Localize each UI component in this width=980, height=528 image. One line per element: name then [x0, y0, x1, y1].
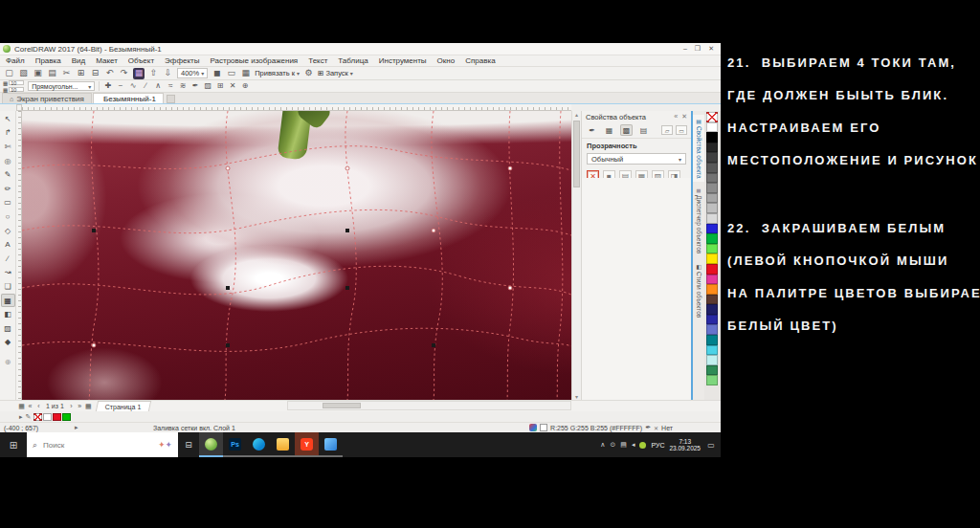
palette-swatch[interactable]: [706, 233, 718, 244]
transparency-tool[interactable]: ▨: [1, 321, 15, 336]
pb-delete-node-button[interactable]: −: [116, 81, 125, 92]
shadow-tool[interactable]: ❏: [1, 279, 15, 294]
taskbar-edge[interactable]: [247, 432, 271, 457]
menu-item[interactable]: Эффекты: [165, 56, 199, 65]
cortana-icon[interactable]: ✦✦: [158, 440, 172, 450]
dimension-tool[interactable]: ∕: [1, 252, 15, 266]
flyout-arrow-icon[interactable]: ▸: [19, 413, 23, 421]
pb-smooth-node-button[interactable]: ≈: [166, 81, 175, 92]
taskbar-search[interactable]: ⌕ ✦✦: [27, 432, 178, 457]
palette-swatch[interactable]: [706, 253, 718, 264]
palette-swatch[interactable]: [706, 163, 718, 173]
open-button[interactable]: ▧: [18, 68, 29, 79]
docker-tab-outline-icon[interactable]: ✒: [586, 124, 598, 136]
taskbar-coreldraw[interactable]: [199, 432, 223, 457]
interactive-fill-tool[interactable]: ◧: [1, 307, 15, 321]
palette-swatch[interactable]: [706, 122, 718, 133]
scroll-down-arrow[interactable]: ▾: [572, 393, 581, 400]
import-button[interactable]: ▦: [133, 68, 145, 79]
publish-pdf-button[interactable]: ⇩: [163, 68, 173, 79]
more-tools-button[interactable]: ⊕: [1, 355, 15, 369]
tab-welcome[interactable]: ⌂ Экран приветствия: [2, 93, 92, 103]
launch-dropdown[interactable]: ⊞ Запуск ▾: [318, 69, 353, 77]
pb-symmetric-node-button[interactable]: ≋: [178, 81, 188, 92]
undo-button[interactable]: ↶: [104, 68, 115, 79]
polygon-tool[interactable]: ◇: [1, 224, 15, 238]
paste-button[interactable]: ⊟: [90, 68, 100, 79]
tray-icon[interactable]: ◂: [632, 441, 635, 449]
menu-item[interactable]: Правка: [35, 56, 61, 65]
start-button[interactable]: ⊞: [0, 432, 27, 457]
menu-item[interactable]: Окно: [437, 56, 456, 65]
page-nav-button[interactable]: »: [76, 402, 84, 411]
side-tab-object-manager[interactable]: ≣ Диспетчер объектов: [693, 186, 704, 256]
antivirus-tray-icon[interactable]: [639, 442, 646, 449]
taskbar-explorer[interactable]: [271, 432, 295, 457]
mesh-fill-tool[interactable]: ▦: [1, 294, 15, 308]
palette-swatch[interactable]: [706, 183, 718, 193]
pb-to-curve-button[interactable]: ∿: [128, 81, 138, 92]
document-palette-swatch[interactable]: [33, 413, 42, 421]
palette-swatch[interactable]: [706, 132, 718, 143]
rectangle-tool[interactable]: ▭: [1, 196, 15, 210]
palette-swatch[interactable]: [706, 295, 718, 305]
merge-mode-dropdown[interactable]: Обычный ▾: [587, 153, 686, 165]
page-nav-button[interactable]: ▦: [17, 402, 26, 411]
page-nav-button[interactable]: ‹: [34, 402, 43, 411]
pb-to-line-button[interactable]: ∕: [141, 81, 150, 92]
palette-swatch[interactable]: [706, 224, 718, 234]
menu-item[interactable]: Текст: [308, 56, 327, 65]
menu-item[interactable]: Таблица: [338, 56, 368, 65]
palette-swatch[interactable]: [706, 112, 718, 122]
palette-swatch[interactable]: [706, 193, 718, 204]
palette-swatch[interactable]: [706, 213, 718, 224]
document-palette-swatch[interactable]: [43, 413, 52, 421]
new-tab-button[interactable]: [167, 95, 175, 103]
horizontal-scroll-thumb[interactable]: [323, 403, 361, 408]
new-document-button[interactable]: ▢: [4, 68, 14, 79]
zoom-tool[interactable]: ◎: [1, 154, 15, 168]
menu-item[interactable]: Файл: [6, 56, 25, 65]
palette-swatch[interactable]: [706, 244, 718, 254]
redo-button[interactable]: ↷: [119, 68, 129, 79]
pick-tool[interactable]: ↖: [1, 112, 15, 126]
artistic-media-tool[interactable]: ✏: [1, 182, 15, 196]
tab-document-1[interactable]: Безымянный-1: [93, 93, 164, 103]
vertical-scrollbar[interactable]: ▴ ▾: [571, 111, 581, 400]
scroll-up-arrow[interactable]: ▴: [572, 111, 581, 118]
document-palette-swatch[interactable]: [53, 413, 61, 421]
clock[interactable]: 7:13 23.09.2025: [669, 438, 701, 452]
palette-swatch[interactable]: [706, 264, 718, 275]
save-button[interactable]: ▣: [33, 68, 43, 79]
pb-transparency-button[interactable]: ▨: [203, 81, 212, 92]
menu-item[interactable]: Объект: [128, 56, 154, 65]
page-nav-button[interactable]: ▦: [84, 402, 93, 411]
docker-scroll-mode-button[interactable]: ▱: [661, 125, 673, 135]
palette-swatch[interactable]: [706, 315, 718, 325]
ellipse-tool[interactable]: ○: [1, 209, 15, 224]
cut-button[interactable]: ✂: [61, 68, 72, 79]
docker-close-button[interactable]: ✕: [681, 113, 687, 121]
palette-swatch[interactable]: [706, 284, 718, 295]
tray-icon[interactable]: ▤: [620, 441, 627, 449]
docker-tab-transparency-icon[interactable]: ▩: [620, 124, 633, 136]
palette-swatch[interactable]: [706, 375, 718, 385]
page-nav-button[interactable]: ›: [67, 402, 76, 411]
docker-tab-effects-icon[interactable]: ▤: [637, 124, 650, 136]
docker-tab-fill-icon[interactable]: ▦: [603, 124, 615, 136]
palette-swatch[interactable]: [706, 143, 718, 153]
palette-swatch[interactable]: [706, 275, 718, 285]
horizontal-scrollbar[interactable]: [287, 401, 571, 410]
options-button[interactable]: ⚙: [303, 68, 314, 79]
palette-swatch[interactable]: [706, 355, 718, 365]
close-button[interactable]: ✕: [708, 45, 714, 53]
restore-button[interactable]: ❒: [695, 45, 701, 53]
palette-swatch[interactable]: [706, 345, 718, 356]
language-indicator[interactable]: РУС: [651, 442, 664, 449]
smart-fill-tool[interactable]: ◆: [1, 336, 15, 350]
menu-item[interactable]: Справка: [465, 56, 495, 65]
show-grid-button[interactable]: ▦: [240, 68, 251, 79]
mesh-rows-field[interactable]: ▦10: [3, 87, 24, 93]
docker-collapse-button[interactable]: «: [674, 113, 678, 121]
palette-swatch[interactable]: [706, 152, 718, 163]
